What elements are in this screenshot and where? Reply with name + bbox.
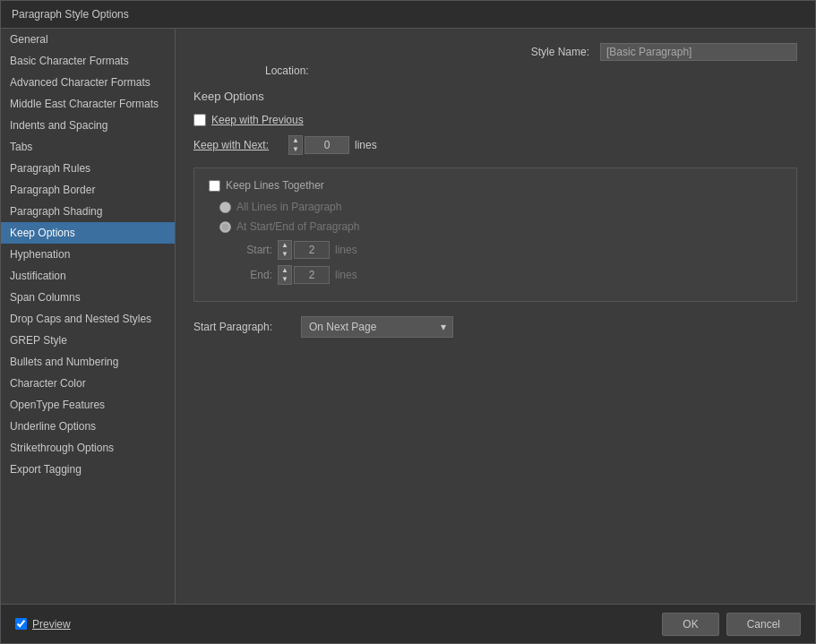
- keep-lines-checkbox[interactable]: [209, 180, 220, 192]
- keep-with-next-input[interactable]: [305, 136, 349, 154]
- spinner-down[interactable]: ▼: [289, 145, 302, 154]
- window-title: Paragraph Style Options: [12, 8, 129, 21]
- all-lines-label: All Lines in Paragraph: [236, 201, 341, 213]
- keep-with-previous-row: Keep with Previous: [193, 114, 797, 126]
- sidebar-item-paragraph-rules[interactable]: Paragraph Rules: [1, 158, 175, 179]
- start-paragraph-row: Start Paragraph: AnywhereIn Next ColumnI…: [193, 316, 797, 338]
- all-lines-radio: [219, 202, 231, 213]
- content-area: GeneralBasic Character FormatsAdvanced C…: [1, 29, 815, 604]
- start-spinner-arrows: ▲ ▼: [278, 240, 292, 260]
- end-row: End: ▲ ▼ lines: [241, 265, 782, 285]
- end-lines-label: lines: [335, 269, 357, 281]
- location-label: Location:: [265, 64, 309, 77]
- sidebar-item-indents-and-spacing[interactable]: Indents and Spacing: [1, 115, 175, 136]
- at-start-end-row: At Start/End of Paragraph: [219, 220, 782, 233]
- keep-lines-label[interactable]: Keep Lines Together: [226, 179, 324, 192]
- main-window: Paragraph Style Options GeneralBasic Cha…: [0, 0, 816, 644]
- sidebar-item-underline-options[interactable]: Underline Options: [1, 416, 175, 437]
- sub-options: Start: ▲ ▼ lines End:: [219, 240, 782, 285]
- bottom-bar: Preview OK Cancel: [1, 604, 815, 643]
- sidebar-item-paragraph-border[interactable]: Paragraph Border: [1, 179, 175, 201]
- start-value-input: [294, 241, 330, 259]
- preview-label[interactable]: Preview: [32, 618, 71, 631]
- buttons-row: OK Cancel: [662, 613, 801, 636]
- keep-with-next-label: Keep with Next:: [193, 139, 283, 151]
- sidebar-item-grep-style[interactable]: GREP Style: [1, 330, 175, 351]
- sidebar-item-advanced-character-formats[interactable]: Advanced Character Formats: [1, 72, 175, 93]
- sidebar-item-paragraph-shading[interactable]: Paragraph Shading: [1, 201, 175, 222]
- keep-with-previous-label[interactable]: Keep with Previous: [211, 114, 304, 126]
- start-paragraph-select-wrapper: AnywhereIn Next ColumnIn Next FrameOn Ne…: [301, 316, 453, 338]
- sidebar-item-export-tagging[interactable]: Export Tagging: [1, 459, 175, 480]
- style-name-label: Style Name:: [193, 46, 595, 58]
- start-spinner-up: ▲: [279, 241, 291, 250]
- sidebar-item-tabs[interactable]: Tabs: [1, 136, 175, 158]
- end-spinner-arrows: ▲ ▼: [278, 265, 292, 285]
- spinner-arrows: ▲ ▼: [288, 135, 303, 155]
- main-panel: Style Name: Location: Keep Options Keep …: [176, 29, 815, 604]
- sidebar-item-basic-character-formats[interactable]: Basic Character Formats: [1, 50, 175, 72]
- start-lines-label: lines: [335, 244, 357, 256]
- end-spinner: ▲ ▼: [278, 265, 330, 285]
- end-value-input: [294, 266, 330, 284]
- lines-label: lines: [355, 139, 377, 151]
- sidebar-item-span-columns[interactable]: Span Columns: [1, 287, 175, 308]
- sidebar: GeneralBasic Character FormatsAdvanced C…: [1, 29, 176, 604]
- end-spinner-up: ▲: [279, 266, 291, 275]
- sidebar-item-character-color[interactable]: Character Color: [1, 373, 175, 394]
- sidebar-item-drop-caps-and-nested-styles[interactable]: Drop Caps and Nested Styles: [1, 308, 175, 330]
- keep-with-next-row: Keep with Next: ▲ ▼ lines: [193, 135, 797, 155]
- sidebar-item-opentype-features[interactable]: OpenType Features: [1, 394, 175, 416]
- keep-lines-options: All Lines in Paragraph At Start/End of P…: [209, 201, 782, 285]
- spinner-up[interactable]: ▲: [289, 136, 302, 145]
- sidebar-item-bullets-and-numbering[interactable]: Bullets and Numbering: [1, 351, 175, 373]
- style-name-row: Style Name:: [193, 43, 797, 61]
- keep-lines-header: Keep Lines Together: [209, 179, 782, 192]
- sidebar-item-justification[interactable]: Justification: [1, 265, 175, 287]
- preview-row: Preview: [15, 618, 71, 631]
- sidebar-item-middle-east-character-formats[interactable]: Middle East Character Formats: [1, 93, 175, 115]
- at-start-end-label: At Start/End of Paragraph: [236, 220, 359, 233]
- all-lines-row: All Lines in Paragraph: [219, 201, 782, 213]
- start-paragraph-select[interactable]: AnywhereIn Next ColumnIn Next FrameOn Ne…: [301, 316, 453, 338]
- keep-with-next-spinner: ▲ ▼: [288, 135, 349, 155]
- start-spinner: ▲ ▼: [278, 240, 330, 260]
- cancel-button[interactable]: Cancel: [726, 613, 801, 636]
- start-spinner-down: ▼: [279, 250, 291, 259]
- section-title: Keep Options: [193, 90, 797, 103]
- at-start-end-radio: [219, 221, 231, 233]
- sidebar-item-strikethrough-options[interactable]: Strikethrough Options: [1, 437, 175, 459]
- location-row: Location:: [193, 64, 797, 77]
- sidebar-item-general[interactable]: General: [1, 29, 175, 50]
- end-label: End:: [241, 269, 272, 281]
- end-spinner-down: ▼: [279, 275, 291, 284]
- start-label: Start:: [241, 244, 272, 256]
- sidebar-item-hyphenation[interactable]: Hyphenation: [1, 244, 175, 265]
- start-paragraph-label: Start Paragraph:: [193, 321, 292, 333]
- ok-button[interactable]: OK: [662, 613, 718, 636]
- preview-checkbox[interactable]: [15, 618, 27, 630]
- title-bar: Paragraph Style Options: [1, 1, 815, 29]
- keep-with-previous-checkbox[interactable]: [193, 114, 206, 126]
- sidebar-item-keep-options[interactable]: Keep Options: [1, 222, 175, 244]
- style-name-input[interactable]: [600, 43, 797, 61]
- start-row: Start: ▲ ▼ lines: [241, 240, 782, 260]
- keep-lines-section: Keep Lines Together All Lines in Paragra…: [193, 167, 797, 302]
